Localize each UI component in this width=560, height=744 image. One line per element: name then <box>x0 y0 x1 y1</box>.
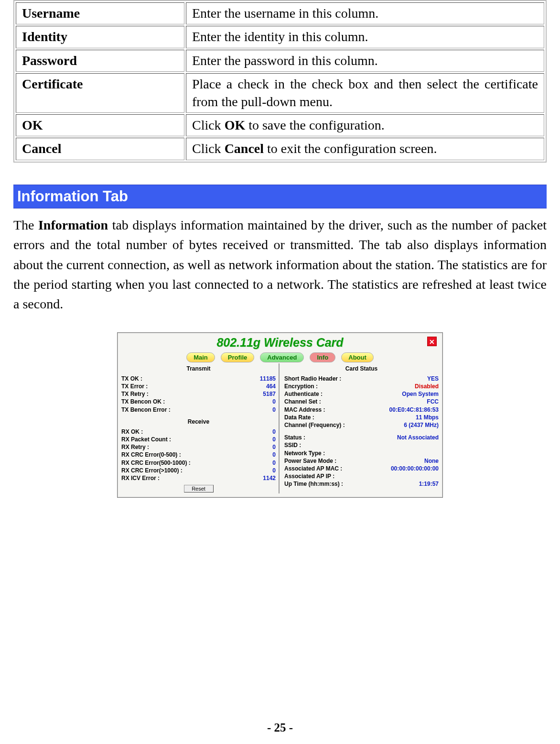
left-column: Transmit TX OK :11185 TX Error :464 TX R… <box>121 363 280 493</box>
reset-button[interactable]: Reset <box>184 485 214 492</box>
tab-row: Main Profile Advanced Info About <box>121 352 439 362</box>
stat-label: Channel (Frequency) : <box>284 421 345 429</box>
stat-label: MAC Address : <box>284 406 325 414</box>
stat-label: TX Retry : <box>121 390 149 398</box>
stat-row: TX Error :464 <box>121 383 276 390</box>
def-key: Identity <box>16 26 184 48</box>
tab-info[interactable]: Info <box>310 352 335 362</box>
stat-row: Encryption :Disabled <box>284 383 439 390</box>
stat-label: RX CRC Error(0-500) : <box>121 451 181 459</box>
stat-row: Power Save Mode :None <box>284 457 439 465</box>
stat-value: 0 <box>272 451 276 459</box>
right-column: Card Status Short Radio Header :YES Encr… <box>280 363 439 493</box>
def-key: Username <box>16 2 184 24</box>
table-row: Certificate Place a check in the check b… <box>16 73 544 113</box>
stat-value: Open System <box>402 390 439 398</box>
stat-value: YES <box>427 375 439 383</box>
stat-row: RX CRC Error(0-500) :0 <box>121 451 276 459</box>
stat-row: Network Type : <box>284 449 439 457</box>
stat-label: Authenticate : <box>284 390 323 398</box>
stat-row: RX Packet Count :0 <box>121 436 276 443</box>
stat-label: RX CRC Error(>1000) : <box>121 467 183 474</box>
stat-row: Up Time (hh:mm:ss) :1:19:57 <box>284 480 439 488</box>
tab-about[interactable]: About <box>341 352 374 362</box>
stat-label: Status : <box>284 434 305 441</box>
stat-label: RX ICV Error : <box>121 474 160 482</box>
def-key: Certificate <box>16 73 184 113</box>
def-val: Enter the password in this column. <box>186 50 544 72</box>
stat-row: Data Rate :11 Mbps <box>284 414 439 421</box>
stat-value: 11185 <box>260 375 276 383</box>
stat-value: 464 <box>266 383 276 390</box>
stat-value: 0 <box>272 428 276 436</box>
def-key: OK <box>16 114 184 136</box>
stat-row: RX Retry :0 <box>121 443 276 451</box>
stat-value: 0 <box>272 436 276 443</box>
card-status-heading: Card Status <box>284 365 439 372</box>
stat-row: RX CRC Error(500-1000) :0 <box>121 459 276 467</box>
stat-value: 0 <box>272 398 276 405</box>
stat-row: Authenticate :Open System <box>284 390 439 398</box>
tab-profile[interactable]: Profile <box>221 352 254 362</box>
stat-label: TX Bencon OK : <box>121 398 165 405</box>
stat-value: FCC <box>427 398 439 405</box>
stat-label: Short Radio Header : <box>284 375 341 383</box>
stat-label: Data Rate : <box>284 414 314 421</box>
def-val: Place a check in the check box and then … <box>186 73 544 113</box>
stat-row: RX ICV Error :1142 <box>121 474 276 482</box>
close-icon[interactable]: ✕ <box>427 337 437 346</box>
tab-main[interactable]: Main <box>186 352 215 362</box>
stat-label: Up Time (hh:mm:ss) : <box>284 480 343 488</box>
stat-label: Associated AP IP : <box>284 472 334 480</box>
stat-value: Not Associated <box>397 434 439 441</box>
stat-label: Network Type : <box>284 449 325 457</box>
embedded-screenshot: 802.11g Wireless Card ✕ Main Profile Adv… <box>117 332 443 498</box>
def-key: Password <box>16 50 184 72</box>
stat-label: Power Save Mode : <box>284 457 336 465</box>
stat-label: RX Packet Count : <box>121 436 171 443</box>
stat-row: MAC Address :00:E0:4C:81:86:53 <box>284 406 439 414</box>
stat-label: RX CRC Error(500-1000) : <box>121 459 191 467</box>
stat-row: Channel (Frequency) :6 (2437 MHz) <box>284 421 439 429</box>
def-val: Click Cancel to exit the configuration s… <box>186 138 544 160</box>
stat-label: SSID : <box>284 441 301 449</box>
stat-value: Disabled <box>415 383 439 390</box>
stat-label: RX OK : <box>121 428 143 436</box>
tab-advanced[interactable]: Advanced <box>260 352 304 362</box>
transmit-heading: Transmit <box>121 365 276 372</box>
stat-value: 0 <box>272 443 276 451</box>
table-row: Username Enter the username in this colu… <box>16 2 544 24</box>
stat-row: TX OK :11185 <box>121 375 276 383</box>
stat-row: Associated AP MAC :00:00:00:00:00:00 <box>284 465 439 472</box>
stat-label: Channel Set : <box>284 398 321 405</box>
stat-label: RX Retry : <box>121 443 149 451</box>
stat-label: TX OK : <box>121 375 142 383</box>
stat-row: Short Radio Header :YES <box>284 375 439 383</box>
def-val: Enter the username in this column. <box>186 2 544 24</box>
stat-value: 5187 <box>263 390 276 398</box>
stat-value: 6 (2437 MHz) <box>404 421 439 429</box>
stat-row: Associated AP IP : <box>284 472 439 480</box>
stat-label: Encryption : <box>284 383 318 390</box>
stat-value: 11 Mbps <box>416 414 439 421</box>
section-heading: Information Tab <box>13 185 547 208</box>
receive-heading: Receive <box>121 418 276 425</box>
stat-row: Status :Not Associated <box>284 434 439 441</box>
stat-label: Associated AP MAC : <box>284 465 342 472</box>
section-paragraph: The Information tab displays information… <box>13 215 547 314</box>
def-key: Cancel <box>16 138 184 160</box>
section-heading-text: Information Tab <box>17 188 128 205</box>
stat-row: Channel Set :FCC <box>284 398 439 405</box>
page-number: - 25 - <box>0 721 560 734</box>
stat-value: 1:19:57 <box>419 480 439 488</box>
table-row: Identity Enter the identity in this colu… <box>16 26 544 48</box>
stat-label: TX Error : <box>121 383 148 390</box>
stat-value: 1142 <box>263 474 276 482</box>
stat-row: TX Retry :5187 <box>121 390 276 398</box>
stat-value: 0 <box>272 467 276 474</box>
stat-row: RX CRC Error(>1000) :0 <box>121 467 276 474</box>
stat-row: SSID : <box>284 441 439 449</box>
stat-row: TX Bencon OK :0 <box>121 398 276 405</box>
def-val: Enter the identity in this column. <box>186 26 544 48</box>
stat-value: 0 <box>272 406 276 414</box>
